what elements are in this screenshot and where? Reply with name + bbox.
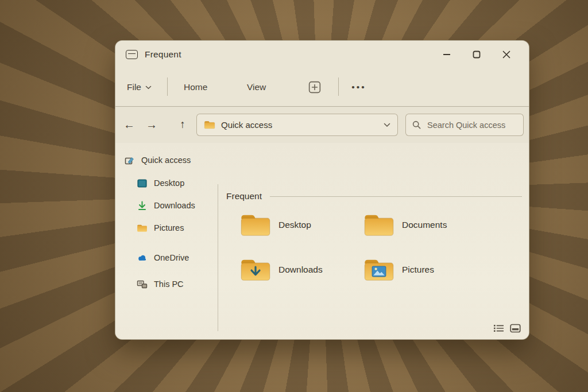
folder-download-icon (239, 257, 272, 283)
folder-icon (239, 212, 272, 238)
menu-bar: File Home View ••• (115, 68, 529, 107)
sidebar-divider (218, 184, 218, 331)
menu-separator (338, 77, 339, 96)
folder-label: Pictures (402, 265, 434, 275)
pictures-icon (137, 223, 148, 234)
sidebar-item-downloads[interactable]: Downloads (137, 198, 195, 213)
downloads-icon (137, 200, 148, 211)
sidebar-item-label: Desktop (154, 178, 184, 188)
sunburst-background: Frequent File Home View (0, 0, 588, 392)
sidebar-item-this-pc[interactable]: This PC (137, 277, 184, 292)
sidebar-item-label: Downloads (154, 201, 195, 210)
folder-item-pictures[interactable]: Pictures (363, 257, 434, 283)
sidebar-item-label: OneDrive (154, 253, 189, 262)
address-bar[interactable]: Quick access (196, 114, 398, 136)
minimize-button[interactable] (438, 46, 455, 63)
window-controls (438, 46, 519, 63)
more-button[interactable]: ••• (346, 79, 372, 96)
address-folder-icon (204, 120, 215, 130)
file-explorer-window: Frequent File Home View (115, 40, 529, 340)
window-title: Frequent (145, 49, 181, 60)
sidebar-item-label: Quick access (141, 156, 191, 165)
folder-icon (363, 212, 395, 238)
menu-separator (167, 77, 168, 96)
quick-access-icon (124, 155, 135, 166)
address-chevron-icon[interactable] (384, 123, 390, 127)
folder-label: Documents (402, 220, 447, 230)
folder-label: Downloads (278, 265, 323, 275)
folder-pictures-icon (363, 257, 395, 283)
back-button[interactable]: ← (119, 115, 139, 134)
folder-label: Desktop (278, 220, 311, 230)
navigation-toolbar: ← → ↑ Quick access (115, 107, 529, 143)
menu-view[interactable]: View (247, 79, 266, 96)
menu-file-label: File (127, 82, 141, 92)
sidebar-item-label: This PC (154, 280, 184, 289)
desktop-icon (137, 178, 148, 189)
details-view-button[interactable] (493, 323, 504, 333)
back-icon: ← (123, 118, 135, 131)
new-tab-icon (308, 81, 321, 94)
details-view-icon (493, 324, 504, 333)
forward-icon: → (146, 118, 157, 131)
section-divider (270, 196, 522, 197)
section-header-frequent: Frequent (226, 191, 522, 201)
title-bar: Frequent (115, 41, 529, 68)
search-box[interactable] (405, 114, 524, 136)
menu-file[interactable]: File (127, 79, 152, 96)
more-icon: ••• (351, 82, 366, 92)
content-view-button[interactable] (509, 323, 521, 333)
new-tab-button[interactable] (308, 79, 321, 96)
address-path: Quick access (221, 120, 272, 130)
menu-home[interactable]: Home (184, 79, 207, 96)
forward-button[interactable]: → (142, 115, 161, 134)
file-chevron-icon (145, 86, 152, 90)
content-view-icon (510, 324, 521, 333)
app-icon (126, 50, 138, 59)
close-button[interactable] (498, 46, 515, 63)
folder-item-downloads[interactable]: Downloads (239, 257, 323, 283)
this-pc-icon (137, 279, 148, 290)
search-icon (412, 120, 421, 130)
sidebar-item-pictures[interactable]: Pictures (137, 220, 184, 235)
up-button[interactable]: ↑ (173, 115, 192, 134)
view-toggles (493, 323, 521, 333)
sidebar-item-quick-access[interactable]: Quick access (124, 153, 191, 168)
section-label: Frequent (226, 191, 262, 201)
maximize-button[interactable] (468, 46, 485, 63)
folder-item-documents[interactable]: Documents (363, 212, 447, 238)
explorer-body: Quick access Desktop Dow (115, 143, 529, 339)
search-input[interactable] (426, 120, 514, 130)
sidebar-item-onedrive[interactable]: OneDrive (137, 250, 189, 265)
sidebar-item-label: Pictures (154, 223, 184, 232)
folder-item-desktop[interactable]: Desktop (239, 212, 311, 238)
sidebar-item-desktop[interactable]: Desktop (137, 176, 184, 191)
onedrive-icon (137, 253, 148, 263)
up-icon: ↑ (180, 118, 185, 131)
